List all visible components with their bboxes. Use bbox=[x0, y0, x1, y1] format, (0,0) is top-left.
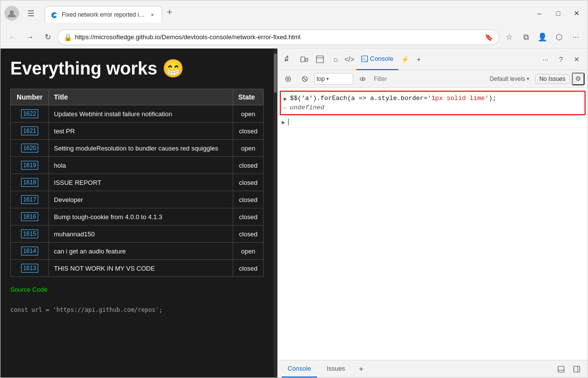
col-number: Number bbox=[11, 89, 49, 105]
home-btn[interactable]: ⌂ bbox=[329, 52, 343, 66]
issue-link[interactable]: 1619 bbox=[21, 161, 38, 170]
source-code-link[interactable]: Source Code bbox=[10, 286, 48, 293]
bottom-issues-label: Issues bbox=[327, 365, 345, 372]
cell-state: closed bbox=[233, 123, 264, 140]
webpage-scrollbar[interactable] bbox=[273, 49, 277, 378]
table-row: 1619 hola closed bbox=[11, 157, 264, 174]
forward-btn[interactable]: → bbox=[22, 29, 38, 45]
heading-text: Everything works bbox=[10, 58, 157, 79]
code-btn[interactable]: </> bbox=[343, 52, 356, 66]
cell-state: open bbox=[233, 243, 264, 260]
issue-link[interactable]: 1620 bbox=[21, 144, 38, 152]
cell-number[interactable]: 1622 bbox=[11, 105, 49, 123]
cell-number[interactable]: 1616 bbox=[11, 208, 49, 226]
devtools-more-btn[interactable]: ··· bbox=[539, 52, 552, 66]
issue-link[interactable]: 1618 bbox=[21, 178, 38, 187]
table-row: 1622 Updates Webhint install failure not… bbox=[11, 105, 264, 123]
output-arrow: ← bbox=[284, 105, 287, 111]
elements-panel-btn[interactable] bbox=[313, 52, 327, 66]
cell-number[interactable]: 1615 bbox=[11, 226, 49, 243]
split-view-btn[interactable]: ⧉ bbox=[518, 29, 534, 45]
tab-title: Fixed network error reported in ( bbox=[62, 11, 145, 18]
device-emulation-btn[interactable] bbox=[297, 52, 311, 66]
cell-number[interactable]: 1617 bbox=[11, 191, 49, 208]
col-title: Title bbox=[49, 89, 233, 105]
console-highlighted-group: ▶ $$('a').forEach(a => a.style.border='1… bbox=[280, 91, 586, 115]
bottom-add-tab-btn[interactable]: + bbox=[355, 363, 368, 376]
profile-btn[interactable]: 👤 bbox=[535, 29, 550, 45]
window-close-btn[interactable]: ✕ bbox=[570, 6, 584, 20]
devtools-help-btn[interactable]: ? bbox=[554, 52, 568, 66]
tab-close-btn[interactable]: × bbox=[148, 10, 157, 19]
hide-network-btn[interactable] bbox=[355, 73, 370, 85]
active-tab[interactable]: Fixed network error reported in ( × bbox=[45, 6, 162, 23]
inspect-element-btn[interactable] bbox=[282, 52, 295, 66]
new-tab-btn[interactable]: + bbox=[162, 5, 177, 20]
default-levels-label: Default levels bbox=[490, 76, 525, 82]
cell-number[interactable]: 1614 bbox=[11, 243, 49, 260]
bookmark-icon[interactable]: 🔖 bbox=[485, 33, 493, 41]
issue-link[interactable]: 1614 bbox=[21, 247, 38, 255]
sidebar-toggle-btn[interactable]: ☰ bbox=[23, 5, 39, 21]
device-icon bbox=[300, 55, 308, 63]
more-btn[interactable]: ··· bbox=[568, 29, 584, 45]
cell-number[interactable]: 1618 bbox=[11, 174, 49, 191]
table-header-row: Number Title State bbox=[11, 89, 264, 105]
console-clear-btn[interactable] bbox=[297, 73, 312, 85]
svg-rect-2 bbox=[306, 58, 308, 61]
default-levels-btn[interactable]: Default levels ▾ bbox=[486, 73, 533, 85]
svg-point-0 bbox=[10, 10, 14, 14]
console-create-btn[interactable] bbox=[281, 73, 295, 85]
issue-link[interactable]: 1616 bbox=[21, 212, 38, 221]
cell-title: test PR bbox=[49, 123, 233, 140]
cell-number[interactable]: 1620 bbox=[11, 140, 49, 157]
cell-number[interactable]: 1613 bbox=[11, 260, 49, 277]
cell-number[interactable]: 1621 bbox=[11, 123, 49, 140]
bottom-console-tab[interactable]: Console bbox=[282, 361, 317, 378]
table-row: 1613 THIS NOT WORK IN MY VS CODE closed bbox=[11, 260, 264, 277]
console-cursor-entry[interactable]: ▶ bbox=[278, 116, 588, 128]
extensions-btn[interactable]: ⬡ bbox=[551, 29, 567, 45]
issue-link[interactable]: 1617 bbox=[21, 195, 38, 204]
scrollbar-thumb[interactable] bbox=[274, 53, 277, 93]
dock-left-btn[interactable] bbox=[554, 362, 568, 376]
cell-number[interactable]: 1619 bbox=[11, 157, 49, 174]
console-cursor bbox=[288, 119, 584, 126]
cell-title: can i get an audio feature bbox=[49, 243, 233, 260]
top-dropdown-icon: ▾ bbox=[326, 76, 329, 81]
cell-state: open bbox=[233, 140, 264, 157]
cell-title: Updates Webhint install failure notifica… bbox=[49, 105, 233, 123]
issue-link[interactable]: 1613 bbox=[21, 264, 38, 273]
bottom-issues-tab[interactable]: Issues bbox=[321, 361, 351, 378]
svg-rect-14 bbox=[558, 366, 564, 372]
console-settings-btn[interactable]: ⚙ bbox=[572, 73, 585, 85]
window-controls: – □ ✕ bbox=[533, 6, 584, 20]
no-issues-badge[interactable]: No Issues bbox=[535, 74, 570, 84]
back-btn[interactable]: ← bbox=[4, 29, 20, 45]
address-bar[interactable]: 🔒 https://microsoftedge.github.io/Demos/… bbox=[57, 29, 499, 45]
url-text: https://microsoftedge.github.io/Demos/de… bbox=[75, 33, 482, 41]
devtools-bottom-actions bbox=[554, 362, 584, 376]
console-tab[interactable]: >_ Console bbox=[356, 49, 398, 70]
favorites-btn[interactable]: ☆ bbox=[501, 29, 517, 45]
issue-link[interactable]: 1622 bbox=[21, 109, 38, 118]
top-context-selector[interactable]: top ▾ bbox=[314, 73, 353, 85]
issue-link[interactable]: 1621 bbox=[21, 126, 38, 135]
svg-text:>_: >_ bbox=[363, 57, 368, 61]
dock-bottom-icon bbox=[557, 365, 565, 373]
performance-btn[interactable]: ⚡ bbox=[398, 52, 412, 66]
add-panel-btn[interactable]: + bbox=[412, 52, 426, 66]
dock-right-btn[interactable] bbox=[570, 362, 584, 376]
refresh-btn[interactable]: ↻ bbox=[40, 29, 55, 45]
clear-console-icon bbox=[301, 76, 308, 82]
devtools-close-btn[interactable]: ✕ bbox=[570, 52, 584, 66]
create-live-expression-icon bbox=[285, 76, 292, 82]
console-filter-input[interactable] bbox=[372, 74, 484, 84]
maximize-btn[interactable]: □ bbox=[551, 6, 565, 20]
issue-link[interactable]: 1615 bbox=[21, 229, 38, 238]
nav-bar: ← → ↻ 🔒 https://microsoftedge.github.io/… bbox=[0, 26, 588, 49]
profile-avatar[interactable] bbox=[4, 6, 19, 21]
minimize-btn[interactable]: – bbox=[533, 6, 546, 20]
expand-arrow[interactable]: ▶ bbox=[284, 96, 287, 102]
table-row: 1614 can i get an audio feature open bbox=[11, 243, 264, 260]
